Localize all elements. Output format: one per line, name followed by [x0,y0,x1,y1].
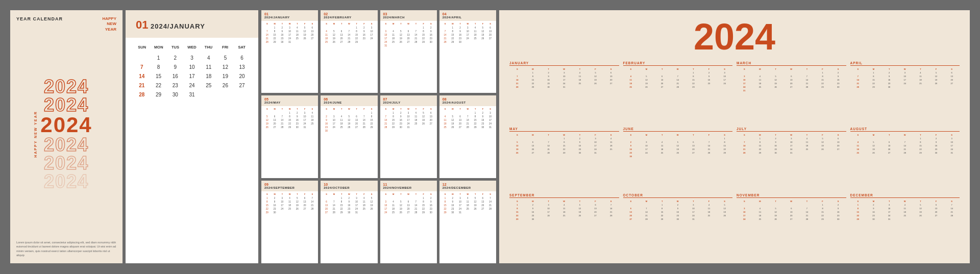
ym-day-26: 26 [639,85,654,89]
ym-wd: T [881,200,897,203]
ym-day-16: 16 [701,78,717,82]
sm-day-18: 18 [338,122,346,126]
sm-day-23: 23 [293,122,301,126]
ym-day-14: 14 [639,210,654,214]
ym-day-27: 27 [944,82,960,85]
ym-day-17: 17 [881,210,897,214]
small-month-09: 092024/SEPTEMBERSMTWTFS12345678910111213… [261,181,318,263]
sm-day-8: 8 [442,200,449,204]
sm-day-20: 20 [309,33,316,37]
january-header: 01 2024/JANUARY [126,10,258,38]
january-num: 01 [136,18,148,31]
ym-day-26: 26 [509,151,525,155]
sm-day-18: 18 [389,207,397,211]
january-label: 2024/JANUARY [151,22,205,30]
sm-wd: M [271,22,279,25]
sm-day-22: 22 [263,207,271,211]
sm-day-18: 18 [286,204,293,207]
sm-wd: S [427,108,435,110]
day-11: 11 [201,63,217,71]
ym-day-20: 20 [881,147,897,151]
ym-day-25: 25 [654,151,670,155]
ym-day-15: 15 [815,78,830,82]
ym-wd: S [717,133,732,137]
ym-november: NOVEMBERSMTWTFS-----12345678910111213141… [737,193,846,255]
sm-day-17: 17 [486,118,494,122]
ym-day-29: 29 [556,151,572,155]
ym-title-march: MARCH [737,61,846,66]
sm-day-28: 28 [360,126,368,129]
ym-day-22: 22 [717,147,732,151]
ym-wd: M [866,133,881,137]
ym-july: JULYSMTWTFS-1234567891011121314151617181… [737,127,846,189]
sm-day-23: 23 [360,37,368,40]
ym-wd: F [701,67,717,71]
ym-day-15: 15 [717,144,732,147]
ym-day-20: 20 [623,214,639,217]
sm-day-14: 14 [382,118,390,122]
sm-day-13: 13 [353,118,360,122]
ym-day-6: 6 [928,203,944,207]
ym-day-14: 14 [737,144,752,147]
sm-day-22: 22 [286,122,293,126]
ym-day-17: 17 [897,78,913,82]
ym-day-25: 25 [913,82,928,85]
ym-day-empty: - [866,137,881,140]
sm-day-4: 4 [389,200,397,204]
sm-day-21: 21 [309,204,316,207]
wd-thu: THU [200,44,217,51]
sm-wd: T [397,22,405,25]
ym-day-7: 7 [737,140,752,144]
sm-day-23: 23 [427,207,435,211]
ym-day-empty: - [685,137,701,140]
ym-day-9: 9 [701,74,717,78]
sm-day-empty: - [412,196,420,200]
sm-day-15: 15 [472,118,479,122]
ym-day-16: 16 [541,78,556,82]
sm-day-11: 11 [389,33,397,37]
sm-day-5: 5 [397,30,405,33]
sm-day-11: 11 [389,204,397,207]
sm-day-4: 4 [338,115,346,118]
sm-day-11: 11 [472,30,479,33]
ym-day-1: 1 [685,71,701,74]
ym-day-11: 11 [913,74,928,78]
sm-day-12: 12 [449,118,457,122]
ym-day-23: 23 [623,151,639,155]
sm-wd: F [420,108,427,110]
sm-day-26: 26 [301,37,309,40]
ym-wd: M [866,200,881,203]
ym-day-29: 29 [685,85,701,89]
ym-day-3: 3 [587,137,603,140]
ym-day-2: 2 [623,140,639,144]
ym-day-13: 13 [685,144,701,147]
ym-title-january: JANUARY [509,61,619,66]
sm-wd: T [279,193,286,195]
sm-day-21: 21 [360,122,368,126]
sm-day-8: 8 [271,30,279,33]
day-e3: - [217,90,234,99]
sm-day-13: 13 [338,33,346,37]
ym-march: MARCHSMTWTFS-----12345678910111213141516… [737,61,846,123]
sm-day-13: 13 [301,200,309,204]
ym-day-29: 29 [815,217,830,221]
sm-wd: S [263,193,271,195]
sm-day-16: 16 [427,33,435,37]
ym-wd: F [815,67,830,71]
sm-day-3: 3 [486,111,494,115]
sm-day-9: 9 [479,115,487,118]
sm-day-28: 28 [263,40,271,44]
ym-day-3: 3 [944,137,960,140]
ym-wd: S [737,67,752,71]
ym-day-8: 8 [525,74,541,78]
ym-wd: T [654,133,670,137]
ym-day-18: 18 [752,82,768,85]
ym-day-12: 12 [768,210,783,214]
sm-name-07: 2024/JULY [383,101,434,104]
ym-day-3: 3 [897,71,913,74]
ym-day-6: 6 [587,203,603,207]
sm-day-21: 21 [330,207,338,211]
sm-day-24: 24 [279,207,286,211]
ym-day-5: 5 [815,137,830,140]
sm-day-8: 8 [449,30,457,33]
